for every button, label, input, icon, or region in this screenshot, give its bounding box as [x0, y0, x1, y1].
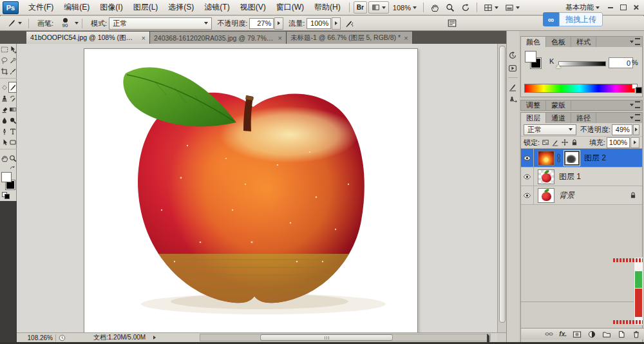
close-button[interactable]	[630, 3, 641, 12]
menu-window[interactable]: 窗口(W)	[271, 0, 309, 15]
tool-gradient[interactable]	[8, 104, 17, 115]
tool-rectangular-marquee[interactable]	[0, 44, 8, 55]
tool-pen[interactable]	[0, 126, 8, 137]
color-spectrum-ramp[interactable]	[524, 84, 635, 93]
opacity-spinner[interactable]	[274, 17, 283, 30]
history-panel-button[interactable]	[507, 49, 518, 62]
layer-name[interactable]: 背景	[559, 190, 574, 201]
horizontal-scrollbar-thumb[interactable]	[260, 334, 393, 341]
tool-zoom[interactable]	[8, 153, 17, 164]
tab-close-icon[interactable]: ×	[142, 34, 146, 42]
actions-panel-button[interactable]	[507, 62, 518, 75]
lock-position-icon[interactable]	[561, 139, 569, 146]
layer-name[interactable]: 图层 2	[584, 153, 606, 164]
blend-mode-select[interactable]: 正常	[109, 17, 212, 30]
k-slider-thumb[interactable]	[556, 64, 561, 68]
tab-document-1[interactable]: 41bOOOPIC54.jpg @ 108% (图层 2, 图层蒙版/8) * …	[26, 32, 150, 44]
new-group-icon[interactable]	[602, 330, 611, 339]
layer-row-background[interactable]: 背景	[521, 186, 642, 205]
layer-opacity-spinner[interactable]	[633, 124, 639, 135]
k-slider[interactable]	[558, 61, 606, 66]
maximize-button[interactable]	[618, 3, 629, 12]
menu-view[interactable]: 视图(V)	[235, 0, 271, 15]
brush-preset-picker[interactable]: 90	[55, 17, 75, 30]
menu-image[interactable]: 图像(I)	[95, 0, 128, 15]
tab-close-icon[interactable]: ×	[278, 34, 282, 42]
layer-thumbnail[interactable]	[538, 188, 554, 203]
fill-spinner[interactable]	[630, 137, 639, 148]
menu-file[interactable]: 文件(F)	[23, 0, 59, 15]
screen-mode-button[interactable]	[502, 2, 522, 14]
rotate-view-button[interactable]	[459, 2, 473, 14]
mask-link-icon[interactable]	[556, 153, 562, 163]
menu-select[interactable]: 选择(S)	[163, 0, 199, 15]
arrange-documents-button[interactable]	[481, 2, 501, 14]
tool-type[interactable]	[8, 126, 17, 137]
delete-layer-icon[interactable]	[632, 330, 641, 339]
layer-row-layer1[interactable]: 图层 1	[521, 167, 642, 186]
tab-document-3[interactable]: 未标题-1 @ 66.7% (图层 5, RGB/8) * ×	[287, 32, 413, 44]
k-value-input[interactable]: 0	[609, 57, 633, 68]
tool-hand[interactable]	[0, 153, 8, 164]
menu-edit[interactable]: 编辑(E)	[59, 0, 95, 15]
layer-mask-thumbnail[interactable]	[564, 151, 580, 166]
tool-crop[interactable]	[0, 66, 8, 77]
tab-document-2[interactable]: 240368-1612020RA035.jpg @ 79.7%(RGB/8#) …	[150, 32, 287, 44]
menu-filter[interactable]: 滤镜(T)	[199, 0, 234, 15]
tool-dodge[interactable]	[8, 115, 17, 126]
menu-help[interactable]: 帮助(H)	[309, 0, 346, 15]
flow-input[interactable]: 100%	[307, 18, 331, 29]
default-colors-button-bg[interactable]	[5, 194, 10, 199]
tool-move[interactable]	[8, 44, 17, 55]
layer-visibility-toggle[interactable]	[521, 167, 534, 186]
panel-menu-button[interactable]	[630, 114, 640, 121]
clone-source-panel-button[interactable]	[507, 93, 518, 106]
tab-adjustments[interactable]: 调整	[521, 100, 546, 110]
layer-name[interactable]: 图层 1	[559, 171, 581, 182]
fill-input[interactable]: 100%	[607, 137, 630, 148]
layer-opacity-input[interactable]: 49%	[612, 124, 632, 135]
status-flyout-button[interactable]	[153, 336, 156, 339]
airbrush-toggle[interactable]	[341, 17, 356, 29]
tab-swatches[interactable]: 色板	[546, 37, 571, 47]
tool-eyedropper[interactable]	[8, 66, 17, 77]
statusbar-zoom-input[interactable]: 108.26%	[17, 334, 56, 341]
layer-blend-mode-select[interactable]: 正常	[524, 124, 576, 135]
canvas[interactable]	[84, 48, 418, 332]
foreground-color-swatch[interactable]	[1, 172, 12, 182]
tool-path-selection[interactable]	[0, 137, 8, 148]
panel-menu-button[interactable]	[630, 101, 640, 108]
toggle-panels-button[interactable]	[447, 18, 457, 28]
tab-masks[interactable]: 蒙版	[546, 100, 571, 110]
tool-blur[interactable]	[0, 115, 8, 126]
tool-healing-patch[interactable]	[0, 82, 8, 93]
layer-style-button[interactable]: fx.	[559, 330, 567, 338]
drag-upload-badge[interactable]: ∞ 拖拽上传	[543, 12, 603, 26]
layer-thumbnail[interactable]	[538, 151, 554, 166]
tab-layers[interactable]: 图层	[521, 113, 546, 123]
lock-pixels-icon[interactable]	[551, 139, 559, 146]
flow-spinner[interactable]	[332, 17, 341, 30]
tool-eraser[interactable]	[0, 104, 8, 115]
tab-paths[interactable]: 路径	[571, 113, 596, 123]
tool-shape[interactable]	[8, 137, 17, 148]
menu-layer[interactable]: 图层(L)	[128, 0, 164, 15]
tool-magic-wand[interactable]	[8, 55, 17, 66]
view-extras-button[interactable]	[368, 1, 389, 14]
zoom-tool-button[interactable]	[443, 2, 457, 14]
add-layer-mask-icon[interactable]	[573, 330, 582, 339]
workspace-switcher[interactable]: 基本功能	[563, 2, 602, 14]
tab-styles[interactable]: 样式	[571, 37, 596, 47]
vertical-scrollbar[interactable]	[497, 44, 506, 332]
brushes-panel-button[interactable]	[507, 81, 518, 93]
layer-thumbnail[interactable]	[538, 169, 554, 184]
layer-visibility-toggle[interactable]	[521, 149, 534, 167]
foreground-color-swatch[interactable]	[525, 51, 536, 62]
spectrum-black-swatch[interactable]	[636, 87, 642, 93]
launch-bridge-button[interactable]: Br	[354, 1, 367, 14]
new-layer-icon[interactable]	[617, 330, 626, 339]
document-area[interactable]	[17, 44, 497, 332]
opacity-input[interactable]: 27%	[249, 18, 274, 29]
tool-history-brush[interactable]	[8, 93, 17, 104]
layer-visibility-toggle[interactable]	[521, 186, 534, 204]
